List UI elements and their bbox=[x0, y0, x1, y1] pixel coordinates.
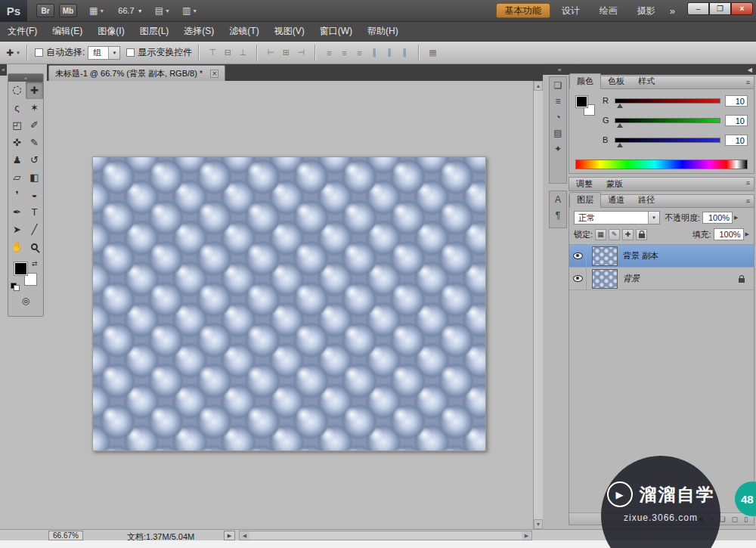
scroll-up-icon[interactable]: ▲ bbox=[534, 81, 543, 91]
close-button[interactable]: × bbox=[731, 2, 753, 15]
menu-view[interactable]: 视图(V) bbox=[267, 22, 312, 41]
blue-slider[interactable] bbox=[615, 138, 720, 143]
tool-preset-picker[interactable]: ✚ ▼ bbox=[6, 48, 20, 58]
brush-tool-button[interactable]: ✎ bbox=[26, 134, 43, 151]
menu-select[interactable]: 选择(S) bbox=[176, 22, 222, 41]
canvas-area[interactable] bbox=[47, 81, 533, 529]
lock-transparent-pixels-button[interactable]: ▦ bbox=[595, 229, 606, 240]
document-tab[interactable]: 未标题-1 @ 66.7% (背景 副本, RGB/8) * × bbox=[48, 65, 225, 81]
scroll-down-icon[interactable]: ▼ bbox=[534, 519, 543, 529]
clone-stamp-tool-button[interactable]: ♟ bbox=[8, 151, 26, 169]
character-panel-icon[interactable]: A bbox=[555, 195, 561, 204]
status-flyout-button[interactable]: ▶ bbox=[224, 531, 235, 540]
fill-slider-arrow-icon[interactable]: ▶ bbox=[745, 231, 749, 237]
paragraph-panel-icon[interactable]: ¶ bbox=[556, 211, 560, 220]
gradient-tool-button[interactable]: ◧ bbox=[26, 169, 43, 186]
workspace-design-button[interactable]: 设计 bbox=[553, 3, 588, 18]
tools-panel-header[interactable]: « bbox=[8, 74, 43, 82]
workspace-overflow-chevron[interactable]: » bbox=[670, 5, 675, 17]
auto-select-target-dropdown[interactable]: 组 ▼ bbox=[88, 46, 120, 60]
lock-position-button[interactable]: ✚ bbox=[622, 229, 634, 240]
layer-thumbnail[interactable] bbox=[592, 246, 618, 266]
layer-row-background-copy[interactable]: 背景 副本 bbox=[569, 245, 754, 268]
eyedropper-tool-button[interactable]: ✐ bbox=[26, 116, 43, 134]
menu-file[interactable]: 文件(F) bbox=[0, 22, 45, 41]
line-tool-button[interactable]: ╱ bbox=[26, 221, 43, 238]
vertical-scrollbar[interactable]: ▲ ▼ bbox=[533, 81, 543, 529]
swap-colors-icon[interactable]: ⇄ bbox=[32, 260, 38, 268]
eraser-tool-button[interactable]: ▱ bbox=[8, 169, 26, 186]
workspace-painting-button[interactable]: 绘画 bbox=[591, 3, 626, 18]
menu-help[interactable]: 帮助(H) bbox=[360, 22, 406, 41]
tab-swatches[interactable]: 色板 bbox=[601, 74, 631, 88]
tab-adjustments[interactable]: 调整 bbox=[569, 178, 600, 190]
lock-image-pixels-button[interactable]: ✎ bbox=[609, 229, 620, 240]
distribute-bottom-edges-button[interactable]: ≡ bbox=[352, 46, 367, 60]
green-value-field[interactable]: 10 bbox=[725, 115, 748, 126]
panel-menu-icon[interactable]: ≡ bbox=[746, 179, 751, 187]
tab-color[interactable]: 颜色 bbox=[569, 73, 601, 89]
blue-value-field[interactable]: 10 bbox=[725, 135, 748, 146]
align-horizontal-centers-button[interactable]: ⊞ bbox=[278, 46, 293, 60]
opacity-slider-arrow-icon[interactable]: ▶ bbox=[734, 215, 738, 221]
align-vertical-centers-button[interactable]: ⊟ bbox=[220, 46, 235, 60]
menu-layer[interactable]: 图层(L) bbox=[132, 22, 177, 41]
red-slider-thumb[interactable] bbox=[617, 104, 623, 108]
healing-brush-tool-button[interactable]: ✜ bbox=[8, 134, 26, 151]
foreground-color-swatch[interactable] bbox=[14, 262, 27, 275]
menu-window[interactable]: 窗口(W) bbox=[312, 22, 360, 41]
color-spectrum-ramp[interactable] bbox=[575, 159, 748, 169]
align-bottom-edges-button[interactable]: ⊥ bbox=[235, 46, 250, 60]
history-brush-tool-button[interactable]: ↺ bbox=[26, 151, 43, 169]
align-right-edges-button[interactable]: ⊣ bbox=[293, 46, 308, 60]
workspace-photography-button[interactable]: 摄影 bbox=[629, 3, 664, 18]
launch-bridge-button[interactable]: Br bbox=[36, 4, 54, 17]
blue-slider-thumb[interactable] bbox=[617, 143, 623, 147]
distribute-top-edges-button[interactable]: ≡ bbox=[321, 46, 336, 60]
scroll-left-icon[interactable]: ◀ bbox=[240, 531, 249, 540]
distribute-horizontal-centers-button[interactable]: ∥ bbox=[382, 46, 397, 60]
menu-edit[interactable]: 编辑(E) bbox=[45, 22, 90, 41]
align-top-edges-button[interactable]: ⊤ bbox=[205, 46, 220, 60]
auto-select-checkbox[interactable] bbox=[35, 48, 43, 57]
red-slider[interactable] bbox=[615, 98, 720, 104]
blend-mode-dropdown[interactable]: 正常 ▼ bbox=[574, 211, 660, 224]
actions-panel-icon[interactable]: ≡ bbox=[555, 97, 560, 106]
layer-name[interactable]: 背景 bbox=[623, 273, 640, 284]
new-layer-icon[interactable]: ▢ bbox=[732, 515, 739, 523]
quick-mask-button[interactable]: ◎ bbox=[8, 293, 43, 308]
layer-row-background[interactable]: 背景 bbox=[569, 268, 754, 290]
histogram-panel-icon[interactable]: ▤ bbox=[553, 128, 562, 138]
tab-layers[interactable]: 图层 bbox=[569, 192, 601, 208]
green-slider[interactable] bbox=[615, 118, 720, 123]
document-image[interactable] bbox=[92, 156, 486, 451]
distribute-left-edges-button[interactable]: ∥ bbox=[367, 46, 382, 60]
tab-paths[interactable]: 路径 bbox=[631, 193, 662, 207]
dodge-tool-button[interactable]: ◒ bbox=[26, 186, 43, 203]
magic-wand-tool-button[interactable]: ✶ bbox=[26, 99, 43, 116]
blur-tool-button[interactable]: ❜ bbox=[8, 186, 26, 203]
zoom-tool-button[interactable] bbox=[26, 238, 43, 255]
document-close-icon[interactable]: × bbox=[210, 70, 218, 78]
panel-menu-icon[interactable]: ≡ bbox=[746, 79, 751, 86]
info-panel-icon[interactable]: ◔ bbox=[555, 113, 560, 122]
red-value-field[interactable]: 10 bbox=[725, 95, 748, 107]
lock-all-button[interactable] bbox=[636, 229, 647, 240]
type-tool-button[interactable]: T bbox=[26, 203, 43, 221]
launch-mini-bridge-button[interactable]: Mb bbox=[59, 4, 77, 17]
tab-masks[interactable]: 蒙版 bbox=[600, 178, 630, 190]
scroll-right-icon[interactable]: ▶ bbox=[522, 531, 531, 540]
arrange-documents-button[interactable]: ▦ ▼ bbox=[89, 5, 104, 16]
menu-image[interactable]: 图像(I) bbox=[90, 22, 132, 41]
tab-styles[interactable]: 样式 bbox=[631, 74, 662, 88]
menu-filter[interactable]: 滤镜(T) bbox=[222, 22, 266, 41]
restore-button[interactable]: ❐ bbox=[709, 2, 731, 15]
lasso-tool-button[interactable]: ς bbox=[8, 99, 26, 116]
navigator-panel-icon[interactable]: ✦ bbox=[554, 144, 562, 153]
distribute-right-edges-button[interactable]: ∥ bbox=[397, 46, 412, 60]
workspace-essentials-button[interactable]: 基本功能 bbox=[496, 3, 550, 18]
layer-visibility-cell[interactable] bbox=[569, 268, 587, 289]
panel-menu-icon[interactable]: ≡ bbox=[746, 197, 751, 205]
screen-mode-button[interactable]: ▥ ▼ bbox=[182, 5, 197, 16]
fill-field[interactable]: 100% bbox=[714, 228, 744, 240]
